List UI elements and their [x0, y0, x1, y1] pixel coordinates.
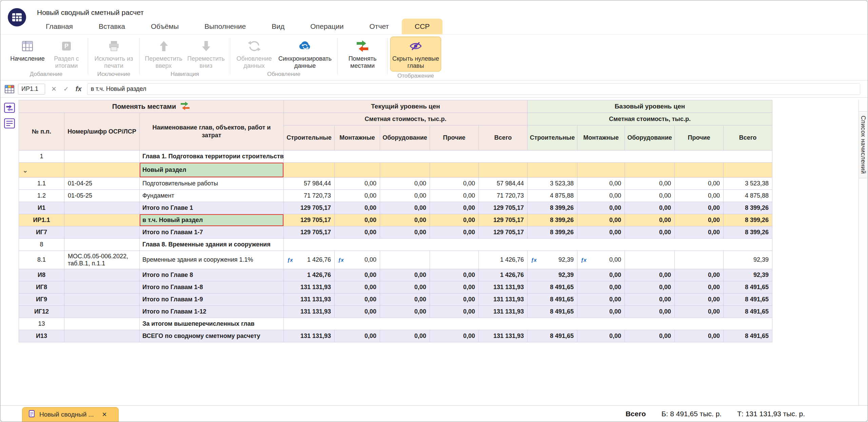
menu-tab-obyomy[interactable]: Объёмы	[138, 19, 192, 34]
row-number-cell[interactable]: ⌄	[19, 163, 64, 178]
row-name-cell[interactable]: Временные здания и сооружения 1.1%	[140, 251, 284, 269]
value-cell[interactable]	[625, 251, 675, 269]
value-cell[interactable]: 8 399,26	[724, 202, 772, 214]
table-row[interactable]: ИГ9Итого по Главам 1-9131 131,930,000,00…	[19, 294, 772, 306]
row-name-cell[interactable]: Фундамент	[140, 190, 284, 202]
table-row[interactable]: 1.201-05-25Фундамент71 720,730,000,000,0…	[19, 190, 772, 202]
row-name-cell[interactable]: ВСЕГО по сводному сметному расчету	[140, 330, 284, 342]
value-cell[interactable]	[577, 163, 625, 178]
value-cell[interactable]: 0,00	[430, 281, 479, 294]
value-cell[interactable]: 129 705,17	[479, 226, 528, 239]
cancel-icon[interactable]: ✕	[51, 85, 57, 93]
value-cell[interactable]: 3 523,38	[528, 178, 577, 190]
value-cell[interactable]	[430, 251, 479, 269]
value-cell[interactable]: 0,00	[430, 178, 479, 190]
value-cell[interactable]: 0,00	[335, 202, 380, 214]
value-cell[interactable]: 0,00	[380, 306, 430, 318]
row-code-cell[interactable]	[64, 269, 140, 281]
value-cell[interactable]	[430, 163, 479, 178]
column-header-num[interactable]: № п.п.	[19, 113, 64, 150]
row-code-cell[interactable]	[64, 214, 140, 226]
value-cell[interactable]	[479, 163, 528, 178]
row-code-cell[interactable]	[64, 281, 140, 294]
value-cell[interactable]: 0,00	[335, 269, 380, 281]
value-cell[interactable]: 0,00	[335, 214, 380, 226]
value-cell[interactable]: 131 131,93	[284, 330, 335, 342]
value-cell[interactable]: 0,00	[625, 226, 675, 239]
document-tab[interactable]: Новый сводный ... ✕	[22, 407, 119, 422]
menu-tab-glavnaya[interactable]: Главная	[33, 19, 86, 34]
value-cell[interactable]: 8 399,26	[528, 214, 577, 226]
value-cell[interactable]: 0,00	[625, 281, 675, 294]
row-number-cell[interactable]: ИГ9	[19, 294, 64, 306]
value-cell[interactable]: ƒx1 426,76	[284, 251, 335, 269]
value-cell[interactable]: 92,39	[724, 269, 772, 281]
swap-columns-header[interactable]: Поменять местами	[19, 100, 284, 113]
value-cell[interactable]: 0,00	[577, 226, 625, 239]
cell-reference-box[interactable]: ИР1.1	[18, 84, 45, 95]
formula-input[interactable]: в т.ч. Новый раздел	[87, 83, 860, 95]
empty-values-cell[interactable]	[284, 239, 772, 251]
value-cell[interactable]: 0,00	[675, 226, 724, 239]
table-row[interactable]: ⌄Новый раздел	[19, 163, 772, 178]
confirm-icon[interactable]: ✓	[63, 85, 69, 93]
hide-zero-chapters-button[interactable]: Скрыть нулевые главы	[390, 37, 441, 72]
table-row[interactable]: 8Глава 8. Временные здания и сооружения	[19, 239, 772, 251]
value-cell[interactable]: 0,00	[577, 214, 625, 226]
value-cell[interactable]: 0,00	[577, 269, 625, 281]
value-cell[interactable]: 0,00	[625, 214, 675, 226]
row-number-cell[interactable]: И13	[19, 330, 64, 342]
row-code-cell[interactable]	[64, 163, 140, 178]
value-cell[interactable]: 0,00	[577, 330, 625, 342]
column-header-oborudovanie-base[interactable]: Оборудование	[625, 125, 675, 150]
value-cell[interactable]: 0,00	[430, 269, 479, 281]
value-cell[interactable]	[675, 251, 724, 269]
value-cell[interactable]: 131 131,93	[479, 281, 528, 294]
row-code-cell[interactable]	[64, 294, 140, 306]
value-cell[interactable]: 8 399,26	[724, 226, 772, 239]
row-name-cell[interactable]: Итого по Главам 1-12	[140, 306, 284, 318]
value-cell[interactable]: 0,00	[430, 306, 479, 318]
value-cell[interactable]: 0,00	[430, 214, 479, 226]
menu-tab-vypolnenie[interactable]: Выполнение	[192, 19, 259, 34]
row-code-cell[interactable]	[64, 318, 140, 330]
column-header-stroitelnye-cur[interactable]: Строительные	[284, 125, 335, 150]
value-cell[interactable]: 0,00	[675, 269, 724, 281]
row-number-cell[interactable]: И8	[19, 269, 64, 281]
value-cell[interactable]: 0,00	[380, 214, 430, 226]
row-code-cell[interactable]	[64, 239, 140, 251]
value-cell[interactable]	[724, 163, 772, 178]
value-cell[interactable]: 0,00	[430, 226, 479, 239]
value-cell[interactable]: 57 984,44	[479, 178, 528, 190]
value-cell[interactable]: 129 705,17	[284, 202, 335, 214]
value-cell[interactable]: 8 491,65	[528, 281, 577, 294]
value-cell[interactable]: 92,39	[724, 251, 772, 269]
value-cell[interactable]: 92,39	[528, 269, 577, 281]
row-number-cell[interactable]: ИГ8	[19, 281, 64, 294]
value-cell[interactable]: 3 523,38	[724, 178, 772, 190]
value-cell[interactable]: 8 491,65	[528, 306, 577, 318]
value-cell[interactable]: 4 875,88	[528, 190, 577, 202]
chevron-down-icon[interactable]: ⌄	[22, 167, 28, 174]
value-cell[interactable]: 0,00	[335, 226, 380, 239]
swap-panel-icon[interactable]	[3, 101, 16, 114]
value-cell[interactable]: 129 705,17	[479, 202, 528, 214]
value-cell[interactable]: 8 399,26	[528, 226, 577, 239]
menu-tab-operacii[interactable]: Операции	[297, 19, 356, 34]
value-cell[interactable]: 0,00	[675, 281, 724, 294]
accrual-button[interactable]: Начисление	[7, 37, 48, 62]
row-number-cell[interactable]: 13	[19, 318, 64, 330]
value-cell[interactable]	[335, 163, 380, 178]
table-row[interactable]: 8.1МОС.05.05-006.2022, таб.В.1, п.1.1Вре…	[19, 251, 772, 269]
value-cell[interactable]: 0,00	[335, 281, 380, 294]
accruals-list-tab[interactable]: Список начислений	[859, 111, 867, 178]
column-header-name[interactable]: Наименование глав, объектов, работ и зат…	[140, 113, 284, 150]
value-cell[interactable]: 0,00	[577, 202, 625, 214]
value-cell[interactable]: 131 131,93	[284, 281, 335, 294]
value-cell[interactable]: 0,00	[675, 178, 724, 190]
row-number-cell[interactable]: ИР1.1	[19, 214, 64, 226]
value-cell[interactable]: 0,00	[380, 226, 430, 239]
value-cell[interactable]: 129 705,17	[284, 226, 335, 239]
value-cell[interactable]: 1 426,76	[479, 269, 528, 281]
value-cell[interactable]: 1 426,76	[284, 269, 335, 281]
